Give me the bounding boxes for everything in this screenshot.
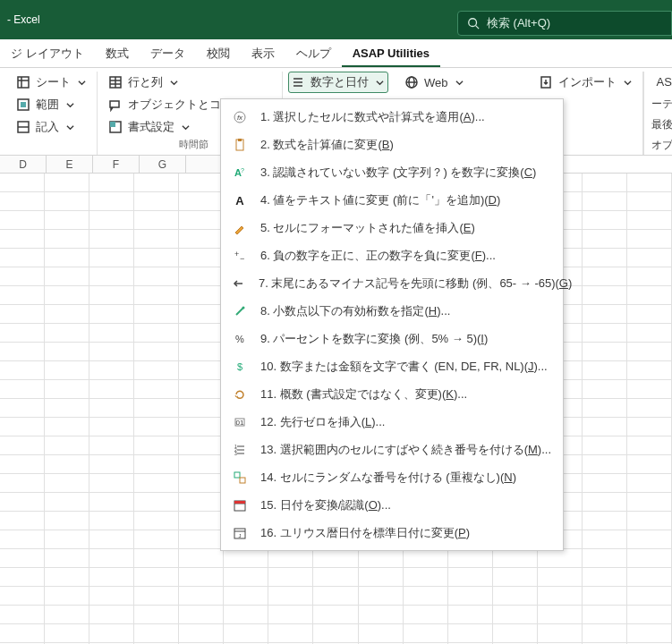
cell[interactable]	[89, 324, 134, 342]
cell[interactable]	[224, 549, 268, 567]
cell[interactable]	[0, 418, 45, 436]
cell[interactable]	[359, 606, 404, 623]
cell[interactable]	[268, 549, 313, 567]
menu-item[interactable]: +−6. 負の数字を正に、正の数字を負に変更(F)...	[221, 242, 563, 269]
cell[interactable]	[45, 549, 89, 567]
cell[interactable]	[627, 305, 672, 323]
tab-view[interactable]: 表示	[241, 39, 285, 67]
cell[interactable]	[134, 493, 179, 511]
cell[interactable]	[89, 568, 134, 586]
cell[interactable]	[89, 455, 134, 473]
cell[interactable]	[404, 624, 448, 642]
cell[interactable]	[179, 267, 224, 285]
cell[interactable]	[134, 380, 179, 398]
tab-page-layout[interactable]: ジ レイアウト	[0, 39, 95, 67]
cell[interactable]	[45, 399, 89, 417]
cell[interactable]	[627, 568, 672, 586]
table-row[interactable]	[0, 606, 672, 624]
range-button[interactable]: 範囲	[11, 94, 91, 115]
cell[interactable]	[179, 587, 224, 605]
cell[interactable]	[45, 305, 89, 323]
cell[interactable]	[45, 474, 89, 492]
cell[interactable]	[45, 512, 89, 530]
cell[interactable]	[89, 606, 134, 623]
cell[interactable]	[583, 493, 627, 511]
cell[interactable]	[134, 211, 179, 229]
cell[interactable]	[179, 286, 224, 304]
cell[interactable]	[89, 418, 134, 436]
column-header[interactable]: D	[0, 156, 47, 173]
cell[interactable]	[179, 399, 224, 417]
cell[interactable]	[0, 380, 45, 398]
cell[interactable]	[583, 436, 627, 454]
cell[interactable]	[493, 587, 538, 605]
sheet-button[interactable]: シート	[11, 72, 91, 93]
cell[interactable]	[224, 568, 268, 586]
cell[interactable]	[583, 361, 627, 379]
cell[interactable]	[179, 230, 224, 248]
cell[interactable]	[359, 587, 404, 605]
cell[interactable]	[583, 530, 627, 548]
cell[interactable]	[45, 286, 89, 304]
cell[interactable]	[89, 624, 134, 642]
web-button[interactable]: Web	[399, 72, 469, 93]
cell[interactable]	[448, 624, 493, 642]
cell[interactable]	[627, 399, 672, 417]
cell[interactable]	[627, 455, 672, 473]
cell[interactable]	[89, 474, 134, 492]
column-header[interactable]: G	[140, 156, 186, 173]
cell[interactable]	[627, 624, 672, 642]
cell[interactable]	[0, 399, 45, 417]
cell[interactable]	[134, 267, 179, 285]
cell[interactable]	[179, 418, 224, 436]
cell[interactable]	[89, 493, 134, 511]
cell[interactable]	[134, 174, 179, 191]
cell[interactable]	[89, 174, 134, 191]
cell[interactable]	[179, 549, 224, 567]
menu-item[interactable]: 14. セルにランダムな番号を付ける (重複なし)(N)	[221, 463, 563, 491]
cell[interactable]	[493, 606, 538, 623]
cell[interactable]	[89, 286, 134, 304]
table-row[interactable]	[0, 624, 672, 643]
cell[interactable]	[89, 530, 134, 548]
menu-item[interactable]: 11. 概数 (書式設定ではなく、変更)(K)...	[221, 380, 563, 408]
cell[interactable]	[0, 512, 45, 530]
cell[interactable]	[45, 418, 89, 436]
cell[interactable]	[583, 606, 627, 623]
cell[interactable]	[179, 380, 224, 398]
tab-data[interactable]: データ	[140, 39, 196, 67]
cell[interactable]	[404, 587, 448, 605]
table-row[interactable]	[0, 549, 672, 568]
cell[interactable]	[0, 587, 45, 605]
cell[interactable]	[45, 324, 89, 342]
cell[interactable]	[0, 249, 45, 267]
cell[interactable]	[0, 606, 45, 623]
column-header[interactable]: E	[47, 156, 93, 173]
cell[interactable]	[627, 418, 672, 436]
cell[interactable]	[404, 549, 448, 567]
cell[interactable]	[0, 192, 45, 210]
table-row[interactable]	[0, 568, 672, 587]
cell[interactable]	[89, 436, 134, 454]
cell[interactable]	[179, 361, 224, 379]
cell[interactable]	[538, 587, 583, 605]
options-settings-item[interactable]: オプションと設定	[650, 135, 673, 155]
cell[interactable]	[627, 286, 672, 304]
cell[interactable]	[0, 474, 45, 492]
cell[interactable]	[45, 530, 89, 548]
cell[interactable]	[179, 624, 224, 642]
search-box[interactable]: 検索 (Alt+Q)	[457, 11, 672, 36]
cell[interactable]	[627, 436, 672, 454]
asap-options-button[interactable]: ASAP Utilities オプション	[650, 72, 673, 93]
cell[interactable]	[179, 249, 224, 267]
cell[interactable]	[89, 267, 134, 285]
cell[interactable]	[538, 606, 583, 623]
cell[interactable]	[134, 286, 179, 304]
cell[interactable]	[583, 568, 627, 586]
cell[interactable]	[89, 361, 134, 379]
cell[interactable]	[268, 606, 313, 623]
cell[interactable]	[179, 474, 224, 492]
cell[interactable]	[583, 174, 627, 191]
cell[interactable]	[45, 624, 89, 642]
cell[interactable]	[627, 606, 672, 623]
